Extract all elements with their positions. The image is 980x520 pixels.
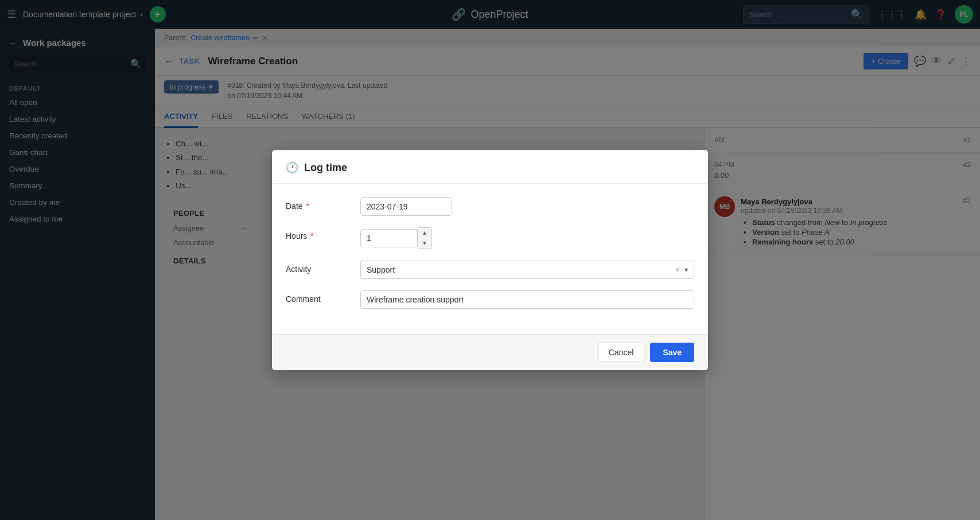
- hours-input-wrapper: ▲ ▼: [360, 227, 432, 249]
- modal-title: Log time: [304, 162, 347, 174]
- hours-decrement[interactable]: ▼: [418, 238, 431, 249]
- comment-label: Comment: [286, 290, 360, 304]
- date-required: *: [306, 201, 309, 211]
- clock-icon: 🕐: [286, 161, 298, 174]
- comment-input[interactable]: [360, 290, 694, 309]
- hours-spinner: ▲ ▼: [418, 227, 432, 249]
- hours-required: *: [310, 231, 313, 240]
- hours-row: Hours * ▲ ▼: [286, 227, 694, 249]
- activity-row: Activity Support × ▾: [286, 261, 694, 279]
- hours-input[interactable]: [360, 229, 418, 247]
- hours-increment[interactable]: ▲: [418, 228, 431, 238]
- activity-label: Activity: [286, 261, 360, 274]
- cancel-button[interactable]: Cancel: [598, 343, 645, 362]
- modal-footer: Cancel Save: [272, 334, 708, 370]
- modal-body: Date * Hours * ▲ ▼: [272, 184, 708, 334]
- date-row: Date *: [286, 197, 694, 216]
- date-label: Date *: [286, 197, 360, 211]
- date-input[interactable]: [360, 197, 452, 216]
- hours-label: Hours *: [286, 227, 360, 240]
- activity-clear-icon[interactable]: ×: [675, 265, 680, 274]
- comment-row: Comment: [286, 290, 694, 309]
- save-button[interactable]: Save: [650, 343, 694, 362]
- log-time-modal: 🕐 Log time Date * Hours *: [272, 150, 708, 370]
- modal-header: 🕐 Log time: [272, 150, 708, 184]
- modal-overlay[interactable]: 🕐 Log time Date * Hours *: [0, 0, 980, 520]
- activity-dropdown-icon[interactable]: ▾: [685, 266, 688, 274]
- activity-select[interactable]: Support × ▾: [360, 261, 694, 279]
- activity-value: Support: [367, 265, 395, 274]
